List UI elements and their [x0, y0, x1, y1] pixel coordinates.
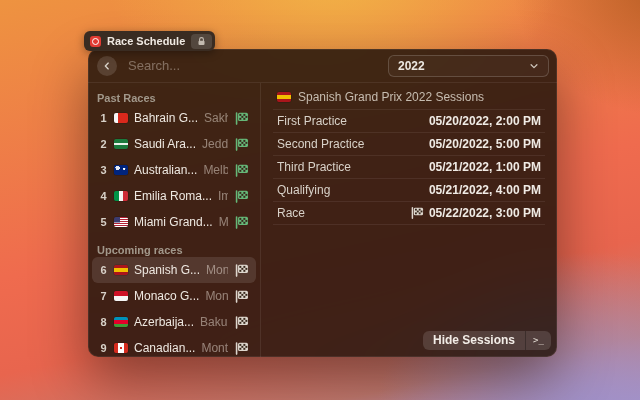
session-row: Third Practice05/21/2022, 1:00 PM [273, 156, 545, 179]
checkered-flag-icon [234, 341, 249, 356]
checkered-flag-icon [234, 111, 249, 126]
terminal-prompt-icon[interactable]: >_ [526, 331, 551, 350]
checkered-flag-icon [234, 315, 249, 330]
saudi-arabia-flag-icon [114, 139, 128, 149]
race-location: Monte-Carl... [205, 289, 228, 303]
checkered-flag-icon [234, 263, 249, 278]
chevron-left-icon [102, 61, 112, 71]
session-datetime: 05/20/2022, 2:00 PM [429, 114, 541, 128]
sessions-panel: Spanish Grand Prix 2022 Sessions First P… [260, 83, 557, 357]
session-label: Third Practice [277, 160, 351, 174]
f1-app-icon [90, 36, 101, 47]
race-row[interactable]: 7Monaco G...Monte-Carl... [92, 283, 256, 309]
hide-sessions-label: Hide Sessions [423, 331, 525, 350]
race-name: Australian... [134, 163, 197, 177]
session-datetime: 05/21/2022, 4:00 PM [429, 183, 541, 197]
monaco-flag-icon [114, 291, 128, 301]
race-row[interactable]: 1Bahrain G...Sakhir, Bahr... [92, 105, 256, 131]
race-schedule-window: 2022 Past Races1Bahrain G...Sakhir, Bahr… [88, 49, 557, 357]
race-location: Jeddah, Sa... [202, 137, 228, 151]
race-row[interactable]: 9Canadian...Montreal, C... [92, 335, 256, 357]
window-content: Past Races1Bahrain G...Sakhir, Bahr... 2… [88, 83, 557, 357]
race-row[interactable]: 6Spanish G...Montmeló,... [92, 257, 256, 283]
session-label: Second Practice [277, 137, 364, 151]
race-name: Emilia Roma... [134, 189, 212, 203]
search-input[interactable] [126, 57, 388, 74]
session-row: First Practice05/20/2022, 2:00 PM [273, 110, 545, 133]
sessions-header: Spanish Grand Prix 2022 Sessions [273, 83, 545, 110]
italy-flag-icon [114, 191, 128, 201]
race-name: Spanish G... [134, 263, 200, 277]
race-index: 4 [99, 190, 108, 202]
sessions-title: Spanish Grand Prix 2022 Sessions [298, 90, 484, 104]
year-dropdown-value: 2022 [398, 59, 425, 73]
sessions-table: First Practice05/20/2022, 2:00 PMSecond … [273, 110, 545, 225]
session-datetime: 05/20/2022, 5:00 PM [429, 137, 541, 151]
race-list: Past Races1Bahrain G...Sakhir, Bahr... 2… [88, 83, 260, 357]
checkered-flag-icon [234, 215, 249, 230]
race-index: 1 [99, 112, 108, 124]
azerbaijan-flag-icon [114, 317, 128, 327]
race-row[interactable]: 3Australian...Melbourne,... [92, 157, 256, 183]
race-location: Baku, Azerb... [200, 315, 228, 329]
race-index: 8 [99, 316, 108, 328]
race-index: 2 [99, 138, 108, 150]
race-name: Miami Grand... [134, 215, 213, 229]
race-name: Canadian... [134, 341, 195, 355]
session-label: First Practice [277, 114, 347, 128]
race-name: Azerbaija... [134, 315, 194, 329]
race-row[interactable]: 8Azerbaija...Baku, Azerb... [92, 309, 256, 335]
checkered-flag-icon [234, 137, 249, 152]
race-location: Melbourne,... [203, 163, 228, 177]
race-name: Monaco G... [134, 289, 199, 303]
race-location: Imola, Italy [218, 189, 228, 203]
race-location: Montmeló,... [206, 263, 228, 277]
session-datetime: 05/21/2022, 1:00 PM [429, 160, 541, 174]
race-name: Bahrain G... [134, 111, 198, 125]
session-row: Race 05/22/2022, 3:00 PM [273, 202, 545, 225]
race-row[interactable]: 5Miami Grand...Miami, USA [92, 209, 256, 235]
section-title: Past Races [97, 91, 251, 105]
race-index: 9 [99, 342, 108, 354]
session-row: Qualifying05/21/2022, 4:00 PM [273, 179, 545, 202]
race-row[interactable]: 2Saudi Ara...Jeddah, Sa... [92, 131, 256, 157]
race-index: 7 [99, 290, 108, 302]
year-dropdown[interactable]: 2022 [388, 55, 549, 77]
race-index: 3 [99, 164, 108, 176]
lock-icon [191, 34, 212, 49]
race-location: Sakhir, Bahr... [204, 111, 228, 125]
checkered-flag-icon [234, 289, 249, 304]
race-row[interactable]: 4Emilia Roma...Imola, Italy [92, 183, 256, 209]
section-title: Upcoming races [97, 243, 251, 257]
usa-flag-icon [114, 217, 128, 227]
chevron-down-icon [529, 61, 539, 71]
spain-flag-icon [277, 92, 291, 102]
race-index: 6 [99, 264, 108, 276]
back-button[interactable] [97, 56, 117, 76]
spain-flag-icon [114, 265, 128, 275]
race-index: 5 [99, 216, 108, 228]
canada-flag-icon [114, 343, 128, 353]
hide-sessions-button[interactable]: Hide Sessions >_ [423, 331, 551, 350]
command-tag-label: Race Schedule [107, 35, 185, 47]
session-row: Second Practice05/20/2022, 5:00 PM [273, 133, 545, 156]
checkered-flag-icon [410, 206, 424, 220]
checkered-flag-icon [234, 189, 249, 204]
session-label: Qualifying [277, 183, 330, 197]
checkered-flag-icon [234, 163, 249, 178]
session-datetime: 05/22/2022, 3:00 PM [410, 206, 541, 220]
race-location: Miami, USA [219, 215, 228, 229]
bahrain-flag-icon [114, 113, 128, 123]
command-tag: Race Schedule [84, 31, 215, 51]
search-bar: 2022 [88, 49, 557, 83]
race-name: Saudi Ara... [134, 137, 196, 151]
australia-flag-icon [114, 165, 128, 175]
race-location: Montreal, C... [201, 341, 228, 355]
session-label: Race [277, 206, 305, 220]
